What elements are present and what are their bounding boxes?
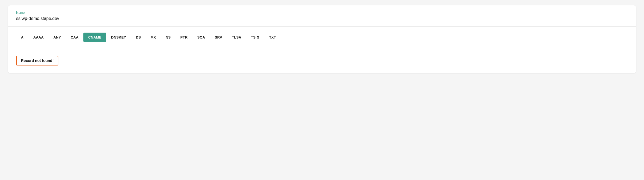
tab-cname[interactable]: CNAME (83, 33, 106, 42)
tab-ns[interactable]: NS (161, 33, 176, 42)
tab-txt[interactable]: TXT (264, 33, 281, 42)
tab-ptr[interactable]: PTR (176, 33, 193, 42)
tab-mx[interactable]: MX (146, 33, 161, 42)
tab-caa[interactable]: CAA (66, 33, 83, 42)
tab-any[interactable]: ANY (48, 33, 66, 42)
tab-tlsa[interactable]: TLSA (227, 33, 246, 42)
name-value: ss.wp-demo.stape.dev (16, 16, 628, 21)
name-label: Name (16, 11, 628, 15)
tab-srv[interactable]: SRV (210, 33, 227, 42)
content-section: Record not found! (8, 48, 636, 73)
tabs-section: AAAAAANYCAACNAMEDNSKEYDSMXNSPTRSOASRVTLS… (8, 27, 636, 48)
tab-dnskey[interactable]: DNSKEY (106, 33, 131, 42)
main-card: Name ss.wp-demo.stape.dev AAAAAANYCAACNA… (8, 5, 636, 73)
tab-a[interactable]: A (16, 33, 29, 42)
record-not-found-badge: Record not found! (16, 56, 58, 65)
tab-soa[interactable]: SOA (192, 33, 210, 42)
name-section: Name ss.wp-demo.stape.dev (8, 5, 636, 27)
tab-aaaa[interactable]: AAAA (29, 33, 49, 42)
tab-ds[interactable]: DS (131, 33, 146, 42)
tab-tsig[interactable]: TSIG (246, 33, 264, 42)
